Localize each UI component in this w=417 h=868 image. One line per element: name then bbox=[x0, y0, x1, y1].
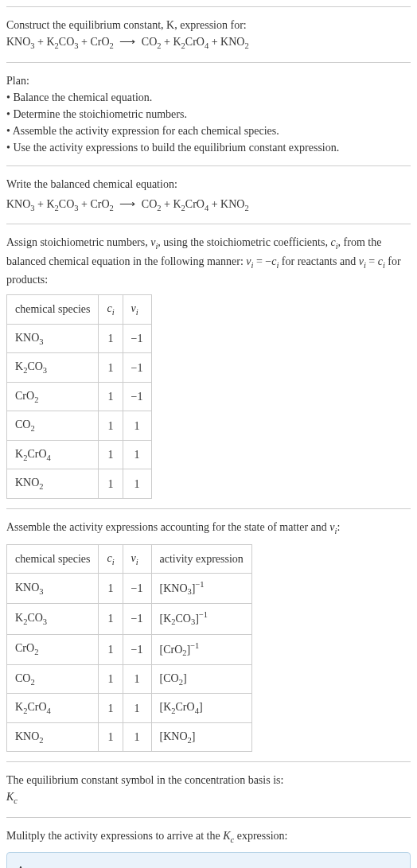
table-row: CO211 bbox=[7, 411, 152, 441]
table-row: KNO211 bbox=[7, 469, 152, 499]
table-row: K2CO31−1 bbox=[7, 353, 152, 383]
cell: 1 bbox=[99, 324, 123, 353]
cell: 1 bbox=[99, 664, 123, 694]
table-header: νi bbox=[123, 544, 151, 574]
multiply-text: Mulitply the activity expressions to arr… bbox=[6, 827, 411, 847]
cell: 1 bbox=[123, 469, 151, 499]
intro-section: Construct the equilibrium constant, K, e… bbox=[6, 6, 411, 62]
symbol-line2: Kc bbox=[6, 788, 411, 808]
cell: [K2CrO4] bbox=[151, 694, 251, 723]
plan-section: Plan: • Balance the chemical equation. •… bbox=[6, 62, 411, 165]
table-row: K2CrO411 bbox=[7, 440, 152, 469]
cell: KNO3 bbox=[7, 574, 99, 604]
cell: [CrO2]−1 bbox=[151, 634, 251, 664]
cell: [CO2] bbox=[151, 664, 251, 694]
stoich-text: Assign stoichiometric numbers, νi, using… bbox=[6, 234, 411, 288]
answer-label: Answer: bbox=[17, 862, 400, 868]
multiply-section: Mulitply the activity expressions to arr… bbox=[6, 817, 411, 868]
cell: [KNO3]−1 bbox=[151, 574, 251, 604]
cell: K2CO3 bbox=[7, 353, 99, 383]
plan-title: Plan: bbox=[6, 72, 411, 89]
intro-equation: KNO3 + K2CO3 + CrO2 ⟶ CO2 + K2CrO4 + KNO… bbox=[6, 36, 249, 48]
table-header: activity expression bbox=[151, 544, 251, 574]
cell: −1 bbox=[123, 604, 151, 634]
cell: K2CrO4 bbox=[7, 694, 99, 723]
symbol-line1: The equilibrium constant symbol in the c… bbox=[6, 772, 411, 788]
cell: CrO2 bbox=[7, 382, 99, 411]
plan-bullet: • Determine the stoichiometric numbers. bbox=[6, 106, 411, 123]
cell: K2CrO4 bbox=[7, 440, 99, 469]
activity-text: Assemble the activity expressions accoun… bbox=[6, 519, 411, 538]
cell: 1 bbox=[99, 469, 123, 499]
table-row: K2CrO411[K2CrO4] bbox=[7, 694, 252, 723]
table-row: KNO31−1 bbox=[7, 324, 152, 353]
cell: [KNO2] bbox=[151, 722, 251, 752]
table-header: chemical species bbox=[7, 544, 99, 574]
intro-text: Construct the equilibrium constant, K, e… bbox=[6, 17, 411, 53]
intro-line1: Construct the equilibrium constant, K, e… bbox=[6, 19, 247, 31]
stoich-section: Assign stoichiometric numbers, νi, using… bbox=[6, 224, 411, 508]
table-header: ci bbox=[99, 544, 123, 574]
cell: 1 bbox=[99, 353, 123, 383]
cell: CrO2 bbox=[7, 634, 99, 664]
plan-bullet: • Balance the chemical equation. bbox=[6, 89, 411, 106]
cell: 1 bbox=[99, 382, 123, 411]
cell: 1 bbox=[99, 411, 123, 441]
activity-table: chemical species ci νi activity expressi… bbox=[6, 544, 252, 753]
cell: −1 bbox=[123, 382, 151, 411]
plan-bullet: • Use the activity expressions to build … bbox=[6, 139, 411, 156]
cell: KNO2 bbox=[7, 469, 99, 499]
table-row: CO211[CO2] bbox=[7, 664, 252, 694]
cell: 1 bbox=[123, 440, 151, 469]
cell: 1 bbox=[123, 722, 151, 752]
symbol-section: The equilibrium constant symbol in the c… bbox=[6, 761, 411, 817]
cell: 1 bbox=[123, 664, 151, 694]
cell: 1 bbox=[99, 694, 123, 723]
plan-bullet: • Assemble the activity expression for e… bbox=[6, 123, 411, 139]
table-row: KNO211[KNO2] bbox=[7, 722, 252, 752]
cell: −1 bbox=[123, 574, 151, 604]
balanced-equation: KNO3 + K2CO3 + CrO2 ⟶ CO2 + K2CrO4 + KNO… bbox=[6, 196, 411, 215]
balanced-section: Write the balanced chemical equation: KN… bbox=[6, 165, 411, 224]
cell: 1 bbox=[99, 574, 123, 604]
table-header: ci bbox=[99, 295, 123, 325]
cell: CO2 bbox=[7, 664, 99, 694]
cell: [K2CO3]−1 bbox=[151, 604, 251, 634]
cell: 1 bbox=[99, 634, 123, 664]
cell: −1 bbox=[123, 634, 151, 664]
table-row: KNO31−1[KNO3]−1 bbox=[7, 574, 252, 604]
balanced-title: Write the balanced chemical equation: bbox=[6, 176, 411, 193]
cell: −1 bbox=[123, 324, 151, 353]
cell: 1 bbox=[123, 411, 151, 441]
answer-box: Answer: Kc = [KNO3]−1 [K2CO3]−1 [CrO2]−1… bbox=[6, 852, 411, 868]
table-header: chemical species bbox=[7, 295, 99, 325]
stoich-table: chemical species ci νi KNO31−1 K2CO31−1 … bbox=[6, 294, 152, 499]
table-row: CrO21−1[CrO2]−1 bbox=[7, 634, 252, 664]
cell: CO2 bbox=[7, 411, 99, 441]
table-row: CrO21−1 bbox=[7, 382, 152, 411]
table-header: νi bbox=[123, 295, 151, 325]
cell: 1 bbox=[99, 722, 123, 752]
cell: 1 bbox=[123, 694, 151, 723]
cell: 1 bbox=[99, 440, 123, 469]
cell: K2CO3 bbox=[7, 604, 99, 634]
cell: −1 bbox=[123, 353, 151, 383]
activity-section: Assemble the activity expressions accoun… bbox=[6, 508, 411, 761]
cell: 1 bbox=[99, 604, 123, 634]
cell: KNO2 bbox=[7, 722, 99, 752]
cell: KNO3 bbox=[7, 324, 99, 353]
table-row: K2CO31−1[K2CO3]−1 bbox=[7, 604, 252, 634]
